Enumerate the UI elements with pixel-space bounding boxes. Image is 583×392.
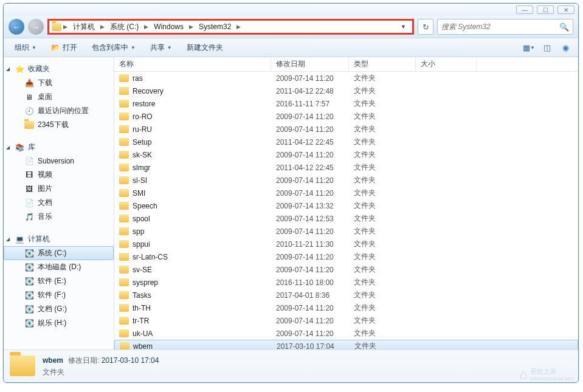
nav-back-button[interactable]: ← <box>9 19 24 35</box>
sidebar-item-drive-h[interactable]: 💽娱乐 (H:) <box>4 316 114 330</box>
table-row[interactable]: Setup2011-04-12 22:45文件夹 <box>114 136 578 148</box>
table-row[interactable]: sk-SK2009-07-14 11:20文件夹 <box>114 148 578 161</box>
column-date[interactable]: 修改日期 <box>271 57 349 71</box>
view-options-button[interactable]: ▦▼ <box>521 41 537 54</box>
file-type: 文件夹 <box>349 264 416 275</box>
titlebar: — ☐ ✕ <box>4 4 578 16</box>
sidebar-item-2345[interactable]: 2345下载 <box>4 118 114 132</box>
refresh-button[interactable]: ↻ <box>418 19 433 35</box>
table-row[interactable]: restore2016-11-11 7:57文件夹 <box>114 97 578 110</box>
share-menu[interactable]: 共享▼ <box>144 40 178 55</box>
table-row[interactable]: Tasks2017-04-01 8:36文件夹 <box>114 289 578 301</box>
table-row[interactable]: tr-TR2009-07-14 11:20文件夹 <box>114 314 578 327</box>
table-row[interactable]: SMI2009-07-14 11:20文件夹 <box>114 187 578 199</box>
sidebar-item-desktop[interactable]: 🖥桌面 <box>4 90 114 104</box>
sidebar-item-drive-g[interactable]: 💽文档 (G:) <box>4 302 114 316</box>
search-input[interactable] <box>441 22 559 31</box>
desktop-icon: 🖥 <box>24 92 34 102</box>
chevron-right-icon: ▶ <box>142 24 150 30</box>
help-button[interactable]: ◉ <box>557 41 573 54</box>
table-row[interactable]: sl-SI2009-07-14 11:20文件夹 <box>114 174 578 187</box>
search-icon[interactable]: 🔍 <box>559 22 569 32</box>
breadcrumb-windows[interactable]: Windows <box>150 21 187 33</box>
folder-icon <box>119 253 129 261</box>
sidebar-item-drive-f[interactable]: 💽软件 (F:) <box>4 288 114 302</box>
file-type: 文件夹 <box>349 150 416 160</box>
table-row[interactable]: sysprep2016-11-10 18:00文件夹 <box>114 276 578 289</box>
folder-icon <box>24 120 34 130</box>
file-date: 2009-07-14 11:20 <box>271 151 349 159</box>
breadcrumb-drive-c[interactable]: 系统 (C:) <box>106 21 142 33</box>
column-type[interactable]: 类型 <box>349 57 416 71</box>
include-library-menu[interactable]: 包含到库中▼ <box>86 40 142 55</box>
file-type: 文件夹 <box>349 239 416 249</box>
organize-menu[interactable]: 组织▼ <box>9 40 43 55</box>
file-type: 文件夹 <box>349 175 416 185</box>
file-type: 文件夹 <box>349 188 416 198</box>
file-date: 2009-07-14 11:20 <box>271 329 349 338</box>
table-row[interactable]: sv-SE2009-07-14 11:20文件夹 <box>114 263 578 276</box>
sidebar-computer[interactable]: 💻计算机 <box>4 232 114 246</box>
sidebar-item-drive-d[interactable]: 💽本地磁盘 (D:) <box>4 260 114 274</box>
file-date: 2009-07-14 11:20 <box>271 74 349 83</box>
sidebar-item-recent[interactable]: 🕘最近访问的位置 <box>4 104 114 118</box>
sidebar-item-documents[interactable]: 📄文档 <box>4 196 114 210</box>
table-row[interactable]: spool2009-07-14 12:53文件夹 <box>114 212 578 225</box>
table-row[interactable]: Recovery2011-04-12 22:48文件夹 <box>114 84 578 97</box>
details-type: 文件夹 <box>43 367 159 377</box>
file-date: 2009-07-14 11:20 <box>271 176 349 185</box>
table-row[interactable]: uk-UA2009-07-14 11:20文件夹 <box>114 327 578 340</box>
table-row[interactable]: ru-RU2009-07-14 11:20文件夹 <box>114 123 578 136</box>
folder-icon <box>119 202 129 210</box>
file-name: SMI <box>133 189 145 198</box>
details-date: 2017-03-10 17:04 <box>102 356 159 365</box>
column-size[interactable]: 大小 <box>416 57 477 71</box>
table-row[interactable]: slmgr2011-04-12 22:45文件夹 <box>114 161 578 174</box>
close-button[interactable]: ✕ <box>557 5 574 14</box>
open-icon: 📂 <box>51 43 60 52</box>
address-dropdown[interactable]: ▼ <box>397 24 410 30</box>
folder-icon <box>119 100 129 108</box>
sidebar-item-drive-c[interactable]: 💽系统 (C:) <box>4 246 114 260</box>
sidebar-item-subversion[interactable]: 📄Subversion <box>4 154 114 168</box>
nav-forward-button[interactable]: → <box>28 19 44 35</box>
file-name: sppui <box>133 240 150 249</box>
table-row[interactable]: spp2009-07-14 11:20文件夹 <box>114 225 578 238</box>
maximize-button[interactable]: ☐ <box>537 5 554 14</box>
body: ⭐收藏夹 📥下载 🖥桌面 🕘最近访问的位置 2345下载 📚库 📄Subvers… <box>4 57 578 349</box>
file-date: 2009-07-14 11:20 <box>271 227 349 236</box>
table-row[interactable]: wbem2017-03-10 17:04文件夹 <box>114 340 578 349</box>
table-row[interactable]: ras2009-07-14 11:20文件夹 <box>114 72 578 84</box>
sidebar-item-music[interactable]: 🎵音乐 <box>4 210 114 224</box>
minimize-button[interactable]: — <box>516 5 533 14</box>
sidebar-libraries[interactable]: 📚库 <box>4 140 114 154</box>
file-name: Speech <box>133 202 157 210</box>
search-box[interactable]: 🔍 <box>437 19 573 35</box>
sidebar-item-pictures[interactable]: 🖼图片 <box>4 182 114 196</box>
folder-icon <box>119 138 129 146</box>
column-name[interactable]: 名称 <box>114 57 271 71</box>
sidebar-item-downloads[interactable]: 📥下载 <box>4 76 114 90</box>
table-row[interactable]: sppui2010-11-21 11:30文件夹 <box>114 238 578 250</box>
chevron-right-icon: ▶ <box>98 24 106 30</box>
table-row[interactable]: Speech2009-07-14 13:32文件夹 <box>114 199 578 212</box>
folder-icon <box>119 87 129 95</box>
sidebar-item-videos[interactable]: 🎞视频 <box>4 168 114 182</box>
folder-icon <box>119 151 129 159</box>
address-bar[interactable]: ▶ 计算机 ▶ 系统 (C:) ▶ Windows ▶ System32 ▶ ▼ <box>47 19 414 35</box>
file-type: 文件夹 <box>349 277 416 287</box>
sidebar-favorites[interactable]: ⭐收藏夹 <box>4 62 114 76</box>
table-row[interactable]: th-TH2009-07-14 11:20文件夹 <box>114 301 578 314</box>
sidebar-item-drive-e[interactable]: 💽软件 (E:) <box>4 274 114 288</box>
file-name: uk-UA <box>133 329 153 338</box>
preview-pane-button[interactable]: ◫ <box>539 41 555 54</box>
breadcrumb-computer[interactable]: 计算机 <box>69 21 98 33</box>
new-folder-button[interactable]: 新建文件夹 <box>181 40 229 55</box>
file-name: sl-SI <box>133 176 147 185</box>
table-row[interactable]: ro-RO2009-07-14 11:20文件夹 <box>114 110 578 123</box>
file-name: sv-SE <box>133 266 152 274</box>
table-row[interactable]: sr-Latn-CS2009-07-14 11:20文件夹 <box>114 250 578 263</box>
file-list: 名称 修改日期 类型 大小 ras2009-07-14 11:20文件夹Reco… <box>114 57 578 349</box>
open-button[interactable]: 📂打开 <box>45 40 83 55</box>
breadcrumb-system32[interactable]: System32 <box>195 21 235 33</box>
